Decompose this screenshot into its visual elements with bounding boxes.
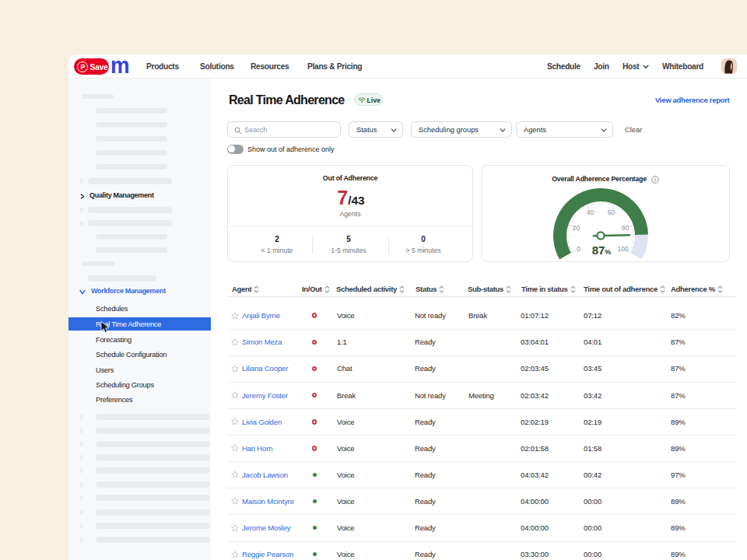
svg-text:100: 100 — [618, 245, 629, 253]
svg-text:60: 60 — [608, 208, 615, 216]
svg-text:20: 20 — [573, 224, 580, 232]
svg-text:0: 0 — [577, 245, 580, 253]
svg-text:80: 80 — [622, 224, 630, 232]
svg-text:40: 40 — [587, 208, 594, 216]
